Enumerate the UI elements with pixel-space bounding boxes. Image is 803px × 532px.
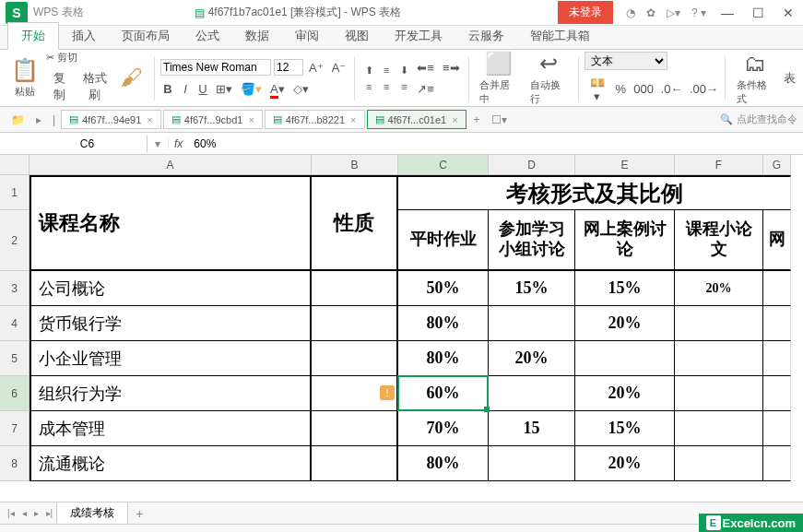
- sync-icon[interactable]: ◔: [620, 6, 641, 19]
- cell-a7[interactable]: 成本管理: [30, 411, 312, 446]
- cell-a8[interactable]: 流通概论: [30, 446, 312, 481]
- cell-d4[interactable]: [489, 306, 575, 341]
- spreadsheet[interactable]: 1 2 3 4 5 6 7 8 A B C D E F G 课程名称 性质 考核…: [0, 155, 803, 502]
- increase-decimal-button[interactable]: .0←: [658, 80, 684, 98]
- italic-button[interactable]: I: [178, 80, 193, 98]
- close-tab-icon[interactable]: ×: [147, 114, 152, 125]
- comma-button[interactable]: 000: [631, 80, 655, 98]
- cell-g8[interactable]: [763, 446, 791, 481]
- cell-f5[interactable]: [675, 341, 763, 376]
- tab-data[interactable]: 数据: [232, 23, 282, 49]
- currency-button[interactable]: 💴▾: [585, 74, 610, 105]
- doc-tab-4[interactable]: ▤4f67f...c01e1×: [367, 110, 466, 129]
- cell-g2[interactable]: 网: [763, 210, 791, 271]
- maximize-button[interactable]: ☐: [743, 2, 773, 24]
- cell-b3[interactable]: [312, 271, 398, 306]
- row-header-1[interactable]: 1: [0, 175, 30, 210]
- decrease-decimal-button[interactable]: .00→: [687, 80, 719, 98]
- cell-f3[interactable]: 20%: [675, 271, 763, 306]
- tab-view[interactable]: 视图: [332, 23, 382, 49]
- cell-f7[interactable]: [675, 411, 763, 446]
- close-button[interactable]: ✕: [773, 2, 803, 24]
- cell-d3[interactable]: 15%: [489, 271, 575, 306]
- cell-c4[interactable]: 80%: [398, 306, 489, 341]
- select-all-corner[interactable]: [0, 155, 30, 175]
- format-brush-button[interactable]: 🖌: [115, 63, 148, 94]
- cell-c1[interactable]: 考核形式及其比例: [398, 175, 791, 210]
- zoom-out-button[interactable]: −: [680, 528, 693, 533]
- close-tab-icon[interactable]: ×: [248, 114, 254, 125]
- merge-center-button[interactable]: ⬜ 合并居中: [474, 50, 522, 107]
- doc-tab-2[interactable]: ▤4f67f...9cbd1×: [163, 110, 263, 129]
- copy-button[interactable]: 复制: [46, 68, 73, 105]
- cell-e5[interactable]: [575, 341, 675, 376]
- paste-button[interactable]: 📋 粘贴: [6, 55, 44, 100]
- col-header-d[interactable]: D: [489, 155, 575, 175]
- add-sheet-button[interactable]: +: [128, 506, 150, 521]
- conditional-format-button[interactable]: 🗂 条件格式: [731, 50, 779, 107]
- sheet-nav-last[interactable]: ▸|: [42, 508, 57, 518]
- cell-g3[interactable]: [763, 271, 791, 306]
- sheet-nav-next[interactable]: ▸: [30, 508, 42, 518]
- view-page-icon[interactable]: ▦: [573, 527, 590, 532]
- cell-d8[interactable]: [489, 446, 575, 481]
- skin-icon[interactable]: ▷▾: [661, 6, 686, 19]
- sheet-nav-first[interactable]: |◂: [4, 508, 18, 518]
- row-header-7[interactable]: 7: [0, 411, 30, 446]
- row-header-3[interactable]: 3: [0, 271, 30, 306]
- table-style-button[interactable]: 表: [781, 68, 797, 89]
- cell-c3[interactable]: 50%: [398, 271, 489, 306]
- warning-icon[interactable]: !: [380, 385, 395, 400]
- cell-f8[interactable]: [675, 446, 763, 481]
- cell-b1[interactable]: 性质: [312, 175, 398, 271]
- align-center-button[interactable]: ≡: [378, 79, 395, 94]
- align-left-button[interactable]: ≡: [360, 79, 377, 94]
- home-icon[interactable]: 📁: [6, 113, 30, 126]
- cell-g6[interactable]: [763, 376, 791, 411]
- login-button[interactable]: 未登录: [558, 1, 613, 24]
- cell-d5[interactable]: 20%: [489, 341, 575, 376]
- font-color-button[interactable]: A▾: [267, 80, 288, 98]
- cell-b4[interactable]: [312, 306, 398, 341]
- cell-c8[interactable]: 80%: [398, 446, 489, 481]
- tab-review[interactable]: 审阅: [282, 23, 332, 49]
- tab-formula[interactable]: 公式: [183, 23, 232, 49]
- cell-d2[interactable]: 参加学习小组讨论: [489, 210, 575, 271]
- cell-e4[interactable]: 20%: [575, 306, 675, 341]
- cell-a1[interactable]: 课程名称: [30, 175, 312, 271]
- row-header-8[interactable]: 8: [0, 446, 30, 481]
- cut-button[interactable]: ✂剪切: [46, 51, 113, 65]
- align-bottom-button[interactable]: ⬇: [396, 63, 412, 78]
- fill-color-button[interactable]: 🪣▾: [238, 80, 265, 98]
- cell-a5[interactable]: 小企业管理: [30, 341, 312, 376]
- cell-e8[interactable]: 20%: [575, 446, 675, 481]
- cell-a6[interactable]: 组织行为学: [30, 376, 312, 411]
- col-header-f[interactable]: F: [675, 155, 763, 175]
- percent-button[interactable]: %: [612, 80, 628, 98]
- cell-b8[interactable]: [312, 446, 398, 481]
- fx-dropdown[interactable]: ▾: [148, 137, 169, 150]
- row-header-2[interactable]: 2: [0, 210, 30, 271]
- search-command[interactable]: 🔍点此查找命令: [720, 112, 797, 126]
- cell-c7[interactable]: 70%: [398, 411, 489, 446]
- increase-font-button[interactable]: A⁺: [306, 59, 326, 77]
- align-middle-button[interactable]: ≡: [378, 63, 395, 78]
- font-name-select[interactable]: [160, 59, 271, 76]
- doc-tab-1[interactable]: ▤4f67f...94e91×: [61, 110, 161, 129]
- cell-a4[interactable]: 货币银行学: [30, 306, 312, 341]
- fx-label[interactable]: fx: [169, 137, 188, 150]
- col-header-e[interactable]: E: [575, 155, 675, 175]
- cell-c6[interactable]: 60%: [398, 376, 489, 411]
- decrease-indent-button[interactable]: ⬅≡: [414, 59, 437, 77]
- col-header-b[interactable]: B: [312, 155, 398, 175]
- cell-e2[interactable]: 网上案例讨论: [575, 210, 675, 271]
- cell-e6[interactable]: 20%: [575, 376, 675, 411]
- bold-button[interactable]: B: [160, 80, 175, 98]
- tab-insert[interactable]: 插入: [59, 23, 109, 49]
- close-tab-icon[interactable]: ×: [350, 114, 356, 125]
- cell-c2[interactable]: 平时作业: [398, 210, 489, 271]
- tab-start[interactable]: 开始: [7, 22, 59, 50]
- col-header-g[interactable]: G: [763, 155, 791, 175]
- add-doc-button[interactable]: +: [468, 113, 486, 126]
- cell-f4[interactable]: [675, 306, 763, 341]
